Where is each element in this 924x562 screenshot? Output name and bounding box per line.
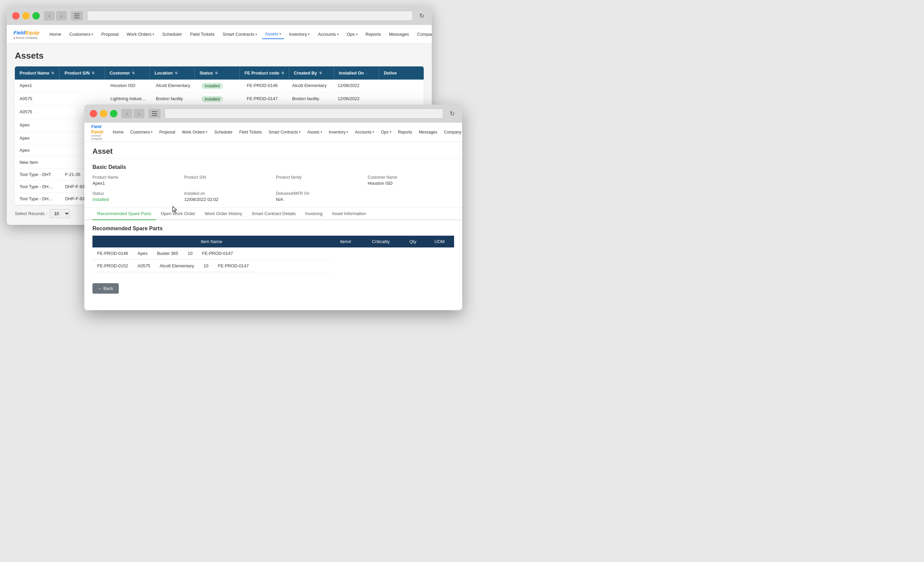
tab-recommended-spare-parts[interactable]: Recommended Spare Parts xyxy=(92,208,156,220)
nav-item-2-smartcontracts[interactable]: Smart Contracts▾ xyxy=(266,129,303,136)
cell-fe-code: FE-PROD-0146 xyxy=(242,79,287,93)
nav-item-messages[interactable]: Messages xyxy=(386,30,412,39)
sidebar-toggle-button[interactable] xyxy=(71,11,83,21)
nav-item-home[interactable]: Home xyxy=(46,30,65,39)
spare-parts-table: Item Name Item# Criticality Qty UOM FE-P… xyxy=(92,236,454,272)
back-button[interactable]: ← Back xyxy=(92,283,119,294)
address-bar-2[interactable] xyxy=(165,109,443,119)
col-item-num[interactable]: Item# xyxy=(331,236,361,247)
sort-icon: ⇅ xyxy=(92,71,94,75)
nav-item-2-scheduler[interactable]: Scheduler xyxy=(212,129,235,136)
delivered-mfr-label: Delivered/MFR On xyxy=(276,191,362,196)
maximize-button-2[interactable] xyxy=(110,110,117,117)
spare-criticality: Alcott Elementary xyxy=(155,260,199,272)
nav-item-2-workorders[interactable]: Work Orders▾ xyxy=(180,129,210,136)
nav-item-ops[interactable]: Ops▾ xyxy=(344,30,361,39)
col-product-sn[interactable]: Product S/N ⇅ xyxy=(60,66,105,79)
cell-product-sn xyxy=(60,93,106,106)
spare-parts-section: Recommended Spare Parts Item Name Item# … xyxy=(84,220,462,278)
tab-open-work-order[interactable]: Open Work Order xyxy=(156,208,200,220)
sort-icon: ⇅ xyxy=(281,71,284,75)
col-qty[interactable]: Qty xyxy=(401,236,425,247)
sort-icon-down: ↓ xyxy=(366,71,368,75)
tab-asset-information[interactable]: Asset Information xyxy=(327,208,371,220)
sort-icon: ⇅ xyxy=(319,71,322,75)
maximize-button[interactable] xyxy=(32,12,40,19)
col-fe-code[interactable]: FE Product code ⇅ xyxy=(240,66,289,79)
nav-item-2-assets[interactable]: Assets▾ xyxy=(304,129,325,136)
product-name-value: Apex1 xyxy=(92,181,179,186)
nav-item-proposal[interactable]: Proposal xyxy=(98,30,122,39)
back-nav-button[interactable]: ‹ xyxy=(44,11,55,21)
nav-item-2-accounts[interactable]: Accounts▾ xyxy=(352,129,377,136)
col-installed-on[interactable]: Installed On ↓ xyxy=(334,66,379,79)
nav-item-inventory[interactable]: Inventory▾ xyxy=(286,30,313,39)
tab-invoicing[interactable]: Invoicing xyxy=(301,208,327,220)
nav-item-2-reports[interactable]: Reports xyxy=(395,129,415,136)
close-button[interactable] xyxy=(12,12,20,19)
nav-item-workorders[interactable]: Work Orders▾ xyxy=(123,30,158,39)
col-item-name[interactable]: Item Name xyxy=(92,236,331,247)
nav-item-reports[interactable]: Reports xyxy=(362,30,385,39)
spare-uom: FE-PROD-0147 xyxy=(197,247,238,260)
col-customer[interactable]: Customer ⇅ xyxy=(105,66,150,79)
forward-nav-button[interactable]: › xyxy=(56,11,67,21)
status-field: Status Installed xyxy=(92,191,179,202)
spare-part-row[interactable]: FE-PROD-0146 Apex Buster 365 10 FE-PROD-… xyxy=(92,247,331,260)
nav-item-2-inventory[interactable]: Inventory▾ xyxy=(326,129,351,136)
basic-details-title: Basic Details xyxy=(92,164,454,170)
installed-on-label: Installed on xyxy=(184,191,270,196)
nav-item-company[interactable]: Company▾ xyxy=(414,30,432,39)
cell-product-name: Apex xyxy=(15,119,60,132)
nav-item-assets[interactable]: Assets▾ xyxy=(262,29,284,39)
nav-item-2-ops[interactable]: Ops▾ xyxy=(378,129,394,136)
nav-item-2-proposal[interactable]: Proposal xyxy=(156,129,178,136)
reload-button[interactable]: ↻ xyxy=(417,11,426,21)
minimize-button[interactable] xyxy=(22,12,30,19)
sort-icon: ⇅ xyxy=(132,71,135,75)
asset-detail-content: Asset Basic Details Product Name Apex1 P… xyxy=(84,142,462,310)
col-location[interactable]: Location ⇅ xyxy=(150,66,195,79)
col-delive[interactable]: Delive xyxy=(379,66,424,79)
table-row[interactable]: A0575 Lightning Industrial Boston facili… xyxy=(15,93,424,106)
sidebar-toggle-button-2[interactable] xyxy=(148,109,160,118)
nav-item-2-home[interactable]: Home xyxy=(110,129,126,136)
address-bar[interactable] xyxy=(87,11,413,21)
nav-item-accounts[interactable]: Accounts▾ xyxy=(314,30,342,39)
tab-work-order-history[interactable]: Work Order History xyxy=(200,208,247,220)
cell-product-name: Apex xyxy=(15,144,60,156)
product-name-field: Product Name Apex1 xyxy=(92,175,179,186)
nav-item-2-customers[interactable]: Customers▾ xyxy=(128,129,155,136)
back-nav-button-2[interactable]: ‹ xyxy=(122,109,132,118)
forward-nav-button-2[interactable]: › xyxy=(134,109,144,118)
svg-rect-0 xyxy=(74,13,80,14)
details-grid: Product Name Apex1 Product S/N Product f… xyxy=(92,175,454,202)
table-row[interactable]: Apex1 Houston ISD Alcott Elementary Inst… xyxy=(15,79,424,93)
tab-smart-contract-details[interactable]: Smart Contract Details xyxy=(247,208,301,220)
nav-item-2-fieldtickets[interactable]: Field Tickets xyxy=(237,129,264,136)
nav-item-2-messages[interactable]: Messages xyxy=(416,129,440,136)
cell-delive xyxy=(378,93,424,106)
minimize-button-2[interactable] xyxy=(100,110,107,117)
svg-rect-1 xyxy=(74,15,80,16)
col-uom[interactable]: UOM xyxy=(425,236,454,247)
cell-delive xyxy=(378,79,424,93)
col-criticality[interactable]: Criticality xyxy=(361,236,401,247)
col-product-name[interactable]: Product Name ⇅ xyxy=(15,66,60,79)
nav-item-scheduler[interactable]: Scheduler xyxy=(159,30,186,39)
cell-status: Installed xyxy=(196,79,242,93)
asset-detail-browser-window: ‹ › ↻ FieldEquip a burrys company Home C… xyxy=(84,105,462,310)
col-status[interactable]: Status ⇅ xyxy=(195,66,240,79)
cell-fe-code: FE-PROD-0147 xyxy=(242,93,287,106)
nav-item-customers[interactable]: Customers▾ xyxy=(66,30,96,39)
close-button-2[interactable] xyxy=(90,110,97,117)
spare-part-row[interactable]: FE-PROD-0152 A0575 Alcott Elementary 10 … xyxy=(92,260,331,272)
records-per-page-select[interactable]: 5 10 25 50 100 xyxy=(50,209,70,218)
col-created-by[interactable]: Created By ⇅ xyxy=(289,66,334,79)
sort-icon: ⇅ xyxy=(175,71,177,75)
nav-item-smartcontracts[interactable]: Smart Contracts▾ xyxy=(219,30,260,39)
nav-item-fieldtickets[interactable]: Field Tickets xyxy=(187,30,218,39)
customer-name-value: Houston ISD xyxy=(368,181,454,186)
reload-button-2[interactable]: ↻ xyxy=(447,109,457,118)
nav-item-2-company[interactable]: Company▾ xyxy=(441,129,462,136)
